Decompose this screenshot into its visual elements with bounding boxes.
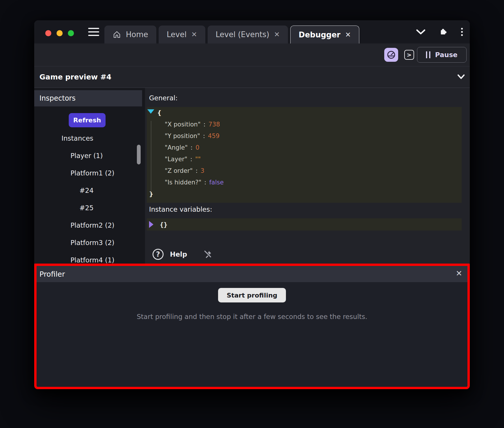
tab-label: Debugger (299, 30, 340, 39)
json-property-row: "Y position" : 459 (147, 130, 462, 142)
pause-button-label: Pause (435, 51, 457, 59)
speedometer-icon (387, 50, 396, 59)
tab-bar: Home Level ✕ Level (Events) ✕ Debugger ✕ (104, 26, 359, 43)
help-question-icon: ? (153, 249, 164, 260)
json-properties: "X position" : 738 "Y position" : 459 "A… (147, 119, 462, 188)
instances-tree: Instances Player (1) Platform1 (2) #24 #… (34, 130, 145, 264)
instance-variables-value: {} (160, 221, 168, 228)
json-key: "Layer" (165, 156, 187, 163)
profiler-body: Start profiling Start profiling and then… (37, 282, 467, 387)
tab-level[interactable]: Level ✕ (159, 26, 205, 43)
tree-item-label: Platform2 (2) (70, 222, 115, 229)
json-property-row: "Is hidden?" : false (147, 177, 462, 188)
window-minimize-button[interactable] (57, 30, 63, 36)
help-row: ? Help (145, 248, 470, 261)
dropdown-caret-icon (457, 74, 465, 81)
tab-close-icon[interactable]: ✕ (191, 31, 197, 38)
profiler-hint-text: Start profiling and then stop it after a… (137, 313, 367, 320)
help-label: Help (170, 251, 187, 258)
instances-tree-item[interactable]: Platform1 (2) (34, 164, 145, 182)
instances-tree-item[interactable]: Platform2 (2) (34, 217, 145, 234)
instances-tree-item[interactable]: Platform4 (1) (34, 251, 145, 264)
game-preview-title: Game preview #4 (39, 73, 111, 81)
json-property-row: "Z order" : 3 (147, 165, 462, 177)
tree-item-label: Platform1 (2) (70, 169, 115, 177)
tab-close-icon[interactable]: ✕ (274, 31, 280, 38)
inspectors-title: Inspectors (39, 94, 75, 102)
tree-item-label: Platform4 (1) (70, 256, 115, 264)
main-menu-icon[interactable] (88, 28, 99, 36)
home-icon (113, 30, 121, 39)
json-value: 3 (200, 167, 204, 174)
tab-home[interactable]: Home (104, 26, 156, 43)
instances-tree-item[interactable]: Platform3 (2) (34, 234, 145, 251)
help-button[interactable]: ? Help (153, 249, 187, 260)
window-close-button[interactable] (45, 30, 51, 36)
pause-icon (426, 51, 430, 58)
json-key: "Is hidden?" (165, 179, 201, 186)
json-separator: : (195, 167, 197, 174)
profiler-close-icon[interactable]: ✕ (456, 269, 462, 278)
json-separator: : (204, 179, 206, 186)
sidebar-scrollbar-thumb[interactable] (137, 145, 141, 164)
screenshot-canvas: Home Level ✕ Level (Events) ✕ Debugger ✕ (0, 0, 504, 428)
app-window: Home Level ✕ Level (Events) ✕ Debugger ✕ (34, 20, 470, 389)
instances-tree-item[interactable]: #24 (34, 182, 145, 199)
json-value: 0 (195, 144, 199, 151)
tab-level-events[interactable]: Level (Events) ✕ (208, 26, 288, 43)
tree-item-label: Instances (61, 135, 93, 142)
instances-tree-item[interactable]: Player (1) (34, 147, 145, 164)
tree-item-label: #24 (79, 187, 94, 194)
profiler-panel: Profiler ✕ Start profiling Start profili… (34, 264, 470, 389)
instance-variables-viewer: {} (147, 218, 462, 231)
inspectors-sidebar: Inspectors Refresh Instances Player (1) … (34, 88, 145, 264)
pause-button[interactable]: Pause (417, 47, 467, 63)
collapse-triangle-icon[interactable] (147, 109, 154, 114)
json-separator: : (190, 156, 192, 163)
json-key: "Y position" (165, 133, 200, 139)
title-bar: Home Level ✕ Level (Events) ✕ Debugger ✕ (34, 20, 470, 43)
tab-close-icon[interactable]: ✕ (345, 31, 351, 38)
console-prompt-icon: > (407, 51, 412, 58)
json-value: 738 (209, 121, 220, 128)
json-separator: : (191, 144, 193, 151)
tab-label: Home (126, 30, 148, 39)
inspectors-header: Inspectors (34, 90, 142, 106)
json-property-row: "Layer" : "" (147, 153, 462, 165)
general-json-viewer: { "X position" : 738 "Y position" : 459 … (147, 107, 462, 203)
chevron-down-icon[interactable] (416, 29, 426, 35)
debugger-toolbar: > Pause (34, 43, 470, 66)
profiler-toggle-button[interactable] (384, 48, 398, 62)
inspector-detail-panel: General: { "X position" : 738 "Y positio… (145, 88, 470, 264)
profiler-header: Profiler ✕ (37, 266, 467, 282)
instance-variables-heading: Instance variables: (149, 206, 212, 213)
tree-item-label: #25 (79, 204, 94, 212)
console-button[interactable]: > (404, 50, 414, 60)
expand-triangle-icon[interactable] (149, 221, 153, 228)
unpin-icon[interactable] (203, 249, 213, 260)
titlebar-actions (416, 20, 463, 43)
tab-label: Level (167, 30, 187, 39)
game-preview-dropdown[interactable]: Game preview #4 (34, 66, 470, 88)
json-value: false (209, 179, 224, 186)
json-value: 459 (208, 133, 220, 139)
json-separator: : (204, 121, 206, 128)
tab-debugger[interactable]: Debugger ✕ (290, 26, 359, 43)
json-open-brace: { (157, 109, 162, 116)
instances-tree-item[interactable]: Instances (34, 130, 145, 147)
more-options-icon[interactable] (461, 28, 463, 36)
json-property-row: "Angle" : 0 (147, 142, 462, 153)
extensions-puzzle-icon[interactable] (439, 28, 448, 36)
start-profiling-button[interactable]: Start profiling (218, 288, 286, 302)
json-key: "Angle" (165, 144, 188, 151)
refresh-button[interactable]: Refresh (69, 113, 106, 127)
json-property-row: "X position" : 738 (147, 119, 462, 130)
json-key: "X position" (165, 121, 201, 128)
window-zoom-button[interactable] (68, 30, 74, 36)
profiler-title: Profiler (39, 270, 65, 278)
json-value: "" (195, 156, 201, 163)
tree-item-label: Platform3 (2) (70, 239, 115, 246)
json-separator: : (203, 133, 205, 139)
indent-guide (151, 121, 151, 192)
instances-tree-item[interactable]: #25 (34, 199, 145, 217)
